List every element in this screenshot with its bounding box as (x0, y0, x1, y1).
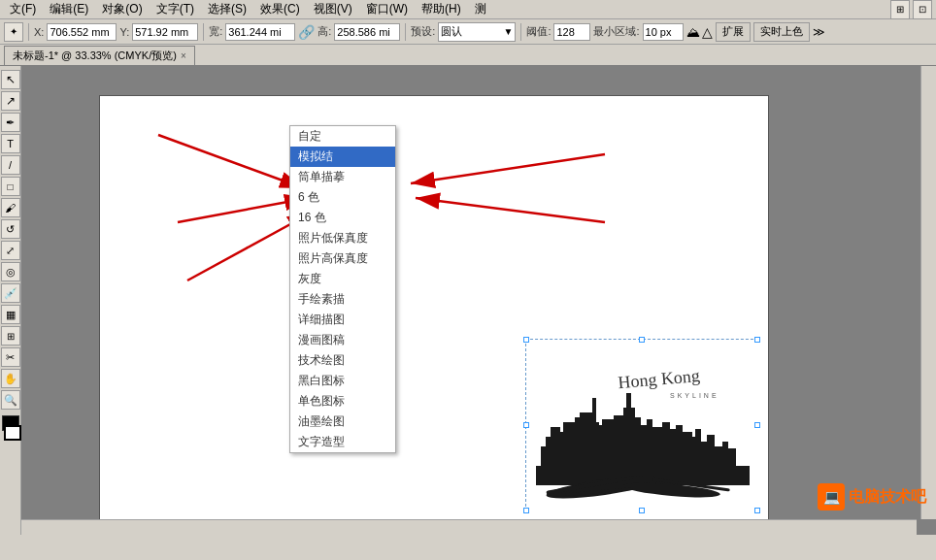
x-label: X: (34, 26, 44, 38)
tool-rotate[interactable]: ↺ (1, 219, 20, 239)
svg-text:SKYLINE: SKYLINE (670, 392, 719, 399)
handle-bm[interactable] (639, 508, 645, 513)
tool-zoom[interactable]: 🔍 (1, 390, 20, 410)
dropdown-item-preset0[interactable]: 模拟结 (290, 147, 395, 167)
canvas-area: 圆认 ▼ 自定 模拟结 筒单描摹 6 色 16 色 照片低保真度 照片高保真度 … (21, 66, 936, 535)
dropdown-item-preset3[interactable]: 16 色 (290, 208, 395, 228)
menu-help[interactable]: 帮助(H) (416, 0, 467, 19)
dropdown-item-preset5[interactable]: 照片高保真度 (290, 248, 395, 269)
dropdown-item-preset6[interactable]: 灰度 (290, 269, 395, 289)
w-input[interactable] (225, 23, 295, 41)
dropdown-item-preset11[interactable]: 黑白图标 (290, 371, 395, 391)
dropdown-item-preset14[interactable]: 文字造型 (290, 432, 395, 452)
sep1 (28, 23, 29, 41)
tool-direct-select[interactable]: ↗ (1, 91, 20, 111)
tool-scale[interactable]: ⤢ (1, 241, 20, 260)
tool-line[interactable]: / (1, 155, 20, 175)
tool-pen[interactable]: ✒ (1, 113, 20, 132)
tool-blend[interactable]: ◎ (1, 262, 20, 281)
sep4 (520, 23, 521, 41)
sep2 (203, 23, 204, 41)
tool-eyedropper[interactable]: 💉 (1, 283, 20, 303)
watermark-icon: 💻 (818, 483, 845, 511)
left-toolpanel: ↖ ↗ ✒ T / □ 🖌 ↺ ⤢ ◎ 💉 ▦ ⊞ ✂ ✋ 🔍 (0, 66, 21, 535)
svg-rect-29 (651, 427, 664, 466)
menu-effects[interactable]: 效果(C) (254, 0, 306, 19)
y-input[interactable] (132, 23, 198, 41)
scrollbar-horizontal[interactable] (21, 519, 917, 535)
hk-skyline-svg: Hong Kong SKYLINE (526, 340, 759, 512)
dropdown-item-preset9[interactable]: 漫画图稿 (290, 330, 395, 350)
mountain-icons: ⛰ △ (686, 24, 713, 40)
menu-view[interactable]: 视图(V) (308, 0, 358, 19)
expand-btn[interactable]: 扩展 (716, 22, 751, 42)
realtime-btn[interactable]: 实时上色 (753, 22, 810, 42)
threshold-input[interactable] (553, 23, 590, 41)
threshold-label: 阈值: (526, 24, 551, 39)
scrollbar-vertical[interactable] (920, 66, 936, 519)
dropdown-menu: 自定 模拟结 筒单描摹 6 色 16 色 照片低保真度 照片高保真度 灰度 手绘… (289, 125, 396, 453)
tool-brush[interactable]: 🖌 (1, 198, 20, 217)
handle-tl[interactable] (523, 337, 529, 343)
h-input[interactable] (334, 23, 400, 41)
menu-misc[interactable]: 测 (469, 0, 492, 19)
menu-window[interactable]: 窗口(W) (360, 0, 414, 19)
svg-line-5 (416, 198, 605, 222)
y-label: Y: (119, 26, 129, 38)
min-area-label: 最小区域: (593, 24, 639, 39)
menu-edit[interactable]: 编辑(E) (44, 0, 94, 19)
tool-gradient[interactable]: ▦ (1, 305, 20, 324)
handle-ml[interactable] (523, 422, 529, 428)
tab-label: 未标题-1* @ 33.33% (CMYK/预览) (13, 49, 177, 63)
handle-bl[interactable] (523, 508, 529, 513)
handle-tr[interactable] (754, 337, 760, 343)
toolbar1: ✦ X: Y: 宽: 🔗 高: 预设: 圆认 ▼ 阈值: 最小区域: ⛰ △ 扩… (0, 19, 936, 45)
dropdown-item-preset8[interactable]: 详细描图 (290, 310, 395, 330)
tool-hand[interactable]: ✋ (1, 369, 20, 388)
tool-icon-main[interactable]: ✦ (4, 22, 23, 42)
svg-rect-40 (726, 448, 736, 466)
min-area-input[interactable] (643, 23, 684, 41)
page-canvas: 圆认 ▼ 自定 模拟结 筒单描摹 6 色 16 色 照片低保真度 照片高保真度 … (99, 95, 769, 532)
tool-mesh[interactable]: ⊞ (1, 326, 20, 346)
preset-dropdown-arrow[interactable]: ▼ (503, 26, 513, 37)
toolbar-icon2[interactable]: ⊡ (913, 0, 932, 19)
menu-object[interactable]: 对象(O) (96, 0, 148, 19)
dropdown-item-preset12[interactable]: 单色图标 (290, 391, 395, 412)
menu-select[interactable]: 选择(S) (202, 0, 252, 19)
dropdown-item-preset1[interactable]: 筒单描摹 (290, 167, 395, 187)
dropdown-item-custom[interactable]: 自定 (290, 126, 395, 147)
tool-text[interactable]: T (1, 134, 20, 153)
tool-scissors[interactable]: ✂ (1, 347, 20, 367)
x-input[interactable] (47, 23, 117, 41)
toolbar-icon1[interactable]: ⊞ (890, 0, 910, 19)
watermark: 💻 电脑技术吧 (818, 483, 926, 511)
menu-file[interactable]: 文(F) (4, 0, 42, 19)
dropdown-item-preset13[interactable]: 油墨绘图 (290, 412, 395, 432)
tab-main[interactable]: 未标题-1* @ 33.33% (CMYK/预览) × (4, 46, 195, 65)
tab-close[interactable]: × (181, 50, 186, 61)
watermark-icon-symbol: 💻 (823, 489, 840, 505)
handle-br[interactable] (754, 508, 760, 513)
h-label: 高: (318, 24, 331, 39)
dropdown-item-preset10[interactable]: 技术绘图 (290, 350, 395, 371)
preset-label: 预设: (411, 24, 435, 39)
sep3 (405, 23, 406, 41)
color-stroke[interactable] (4, 425, 21, 441)
hk-image-container: Hong Kong SKYLINE (525, 339, 758, 511)
dropdown-item-preset4[interactable]: 照片低保真度 (290, 228, 395, 248)
dropdown-container: 圆认 ▼ 自定 模拟结 筒单描摹 6 色 16 色 照片低保真度 照片高保真度 … (289, 125, 365, 143)
menu-text[interactable]: 文字(T) (150, 0, 200, 19)
svg-rect-11 (546, 437, 551, 466)
dropdown-item-preset7[interactable]: 手绘素描 (290, 289, 395, 310)
preset-value: 圆认 (441, 24, 503, 39)
tool-rect[interactable]: □ (1, 177, 20, 196)
svg-rect-13 (557, 432, 564, 466)
handle-tm[interactable] (639, 337, 645, 343)
w-label: 宽: (209, 24, 222, 39)
dropdown-item-preset2[interactable]: 6 色 (290, 187, 395, 208)
handle-mr[interactable] (754, 422, 760, 428)
link-icon[interactable]: 🔗 (298, 24, 315, 40)
tool-arrow[interactable]: ↖ (1, 70, 20, 89)
main-area: ↖ ↗ ✒ T / □ 🖌 ↺ ⤢ ◎ 💉 ▦ ⊞ ✂ ✋ 🔍 (0, 66, 936, 535)
